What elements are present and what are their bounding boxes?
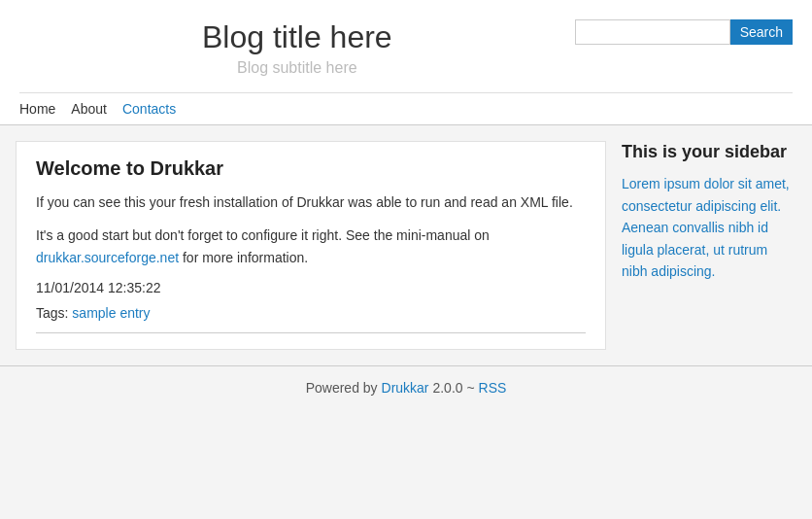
post-body: If you can see this your fresh installat… xyxy=(36,191,586,268)
search-area: Search xyxy=(575,10,793,45)
header-titles: Blog title here Blog subtitle here xyxy=(19,10,575,85)
post-date: 11/01/2014 12:35:22 xyxy=(36,280,586,295)
content-area: Welcome to Drukkar If you can see this y… xyxy=(16,141,606,350)
header-top: Blog title here Blog subtitle here Searc… xyxy=(19,10,793,92)
main-content: Welcome to Drukkar If you can see this y… xyxy=(0,125,812,365)
footer-powered-by: Powered by xyxy=(306,380,382,396)
nav-contacts[interactable]: Contacts xyxy=(122,101,176,117)
footer-drukkar-link[interactable]: Drukkar xyxy=(382,380,429,396)
post-paragraph-2-before: It's a good start but don't forget to co… xyxy=(36,227,490,243)
footer: Powered by Drukkar 2.0.0 ~ RSS xyxy=(0,365,812,409)
post-sourceforge-link[interactable]: drukkar.sourceforge.net xyxy=(36,250,179,265)
header: Blog title here Blog subtitle here Searc… xyxy=(0,0,812,125)
sidebar-title: This is your sidebar xyxy=(622,141,796,163)
post-paragraph-2: It's a good start but don't forget to co… xyxy=(36,225,586,268)
search-input[interactable] xyxy=(575,19,730,45)
post-tag-link[interactable]: sample entry xyxy=(72,305,150,321)
nav-about[interactable]: About xyxy=(71,101,107,117)
navigation: Home About Contacts xyxy=(19,92,793,124)
post-title: Welcome to Drukkar xyxy=(36,157,586,180)
sidebar-text: Lorem ipsum dolor sit amet, consectetur … xyxy=(622,173,796,282)
tags-label: Tags: xyxy=(36,305,68,321)
page-wrapper: Blog title here Blog subtitle here Searc… xyxy=(0,0,812,519)
post-divider xyxy=(36,332,586,333)
footer-rss-link[interactable]: RSS xyxy=(479,380,507,396)
nav-home[interactable]: Home xyxy=(19,101,55,117)
post-paragraph-1: If you can see this your fresh installat… xyxy=(36,191,586,213)
post-paragraph-2-after: for more information. xyxy=(179,250,308,265)
blog-title: Blog title here xyxy=(19,19,575,55)
footer-version: 2.0.0 ~ xyxy=(429,380,479,396)
sidebar: This is your sidebar Lorem ipsum dolor s… xyxy=(622,141,796,350)
search-button[interactable]: Search xyxy=(730,19,793,45)
blog-subtitle: Blog subtitle here xyxy=(19,59,575,77)
post-tags: Tags: sample entry xyxy=(36,305,586,321)
